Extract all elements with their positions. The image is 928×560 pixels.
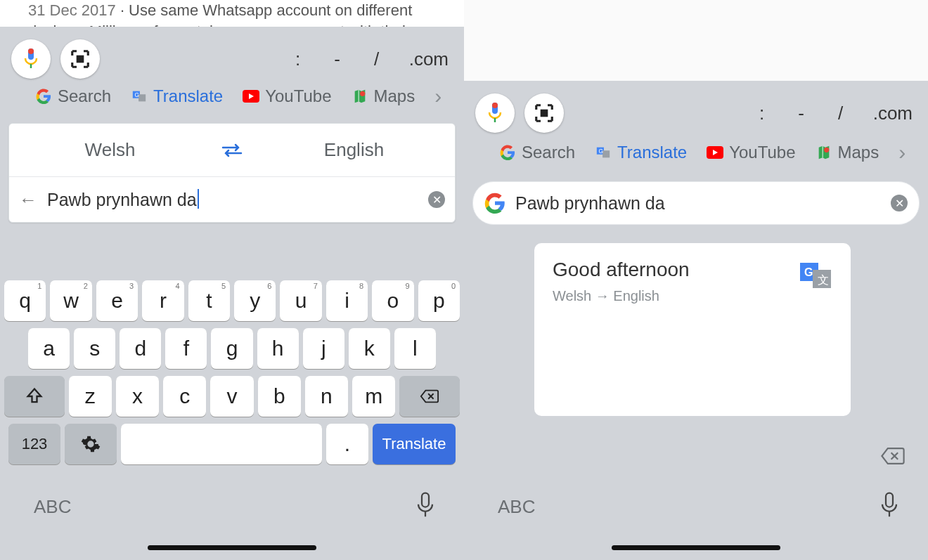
key-i[interactable]: i8	[326, 280, 368, 321]
chevron-right-icon[interactable]: ›	[434, 84, 442, 108]
chip-maps[interactable]: Maps	[816, 143, 879, 162]
left-screenshot: 31 Dec 2017 · Use same Whatsapp account …	[0, 0, 464, 560]
source-language[interactable]: Welsh	[9, 139, 211, 161]
translation-result-card[interactable]: Good afternoon Welsh → English G文	[534, 243, 851, 416]
voice-input-button[interactable]	[11, 39, 51, 79]
key-d[interactable]: d	[120, 328, 161, 369]
period-key[interactable]: .	[326, 424, 368, 464]
key-a[interactable]: a	[28, 328, 70, 369]
clear-input-button[interactable]: ✕	[428, 191, 445, 208]
translate-input[interactable]: Pawb prynhawn da	[47, 189, 428, 210]
svg-rect-5	[138, 94, 146, 101]
backspace-icon	[880, 446, 906, 466]
key-q[interactable]: q1	[4, 280, 46, 321]
punct-colon[interactable]: :	[755, 103, 769, 124]
punctuation-suggestions: : - / .com	[755, 103, 917, 124]
home-indicator[interactable]	[612, 545, 780, 550]
punct-dotcom[interactable]: .com	[873, 103, 913, 124]
key-r[interactable]: r4	[142, 280, 183, 321]
key-y[interactable]: y6	[234, 280, 276, 321]
key-o[interactable]: o9	[372, 280, 413, 321]
key-k[interactable]: k	[349, 328, 390, 369]
svg-rect-1	[28, 48, 34, 54]
scan-button[interactable]	[524, 93, 564, 133]
chip-translate[interactable]: G Translate	[131, 86, 223, 106]
translate-card: Welsh English ← Pawb prynhawn da ✕	[8, 123, 456, 223]
key-c[interactable]: c	[163, 376, 206, 417]
abc-label[interactable]: ABC	[34, 496, 71, 518]
back-arrow-icon[interactable]: ←	[19, 189, 37, 211]
numeric-key[interactable]: 123	[8, 424, 60, 464]
microphone-outline-icon	[879, 492, 900, 519]
swap-languages-button[interactable]	[211, 143, 253, 157]
key-p[interactable]: p0	[418, 280, 460, 321]
punct-dash[interactable]: -	[794, 103, 808, 124]
punct-slash[interactable]: /	[370, 48, 384, 70]
svg-text:文: 文	[818, 274, 829, 286]
backspace-icon	[420, 386, 439, 406]
translation-languages-label: Welsh → English	[553, 288, 690, 304]
key-m[interactable]: m	[352, 376, 395, 417]
settings-key[interactable]	[65, 424, 117, 464]
home-indicator[interactable]	[148, 545, 316, 550]
scan-button[interactable]	[60, 39, 100, 79]
key-z[interactable]: z	[69, 376, 112, 417]
translate-action-key[interactable]: Translate	[373, 424, 456, 464]
key-t[interactable]: t5	[188, 280, 230, 321]
dictation-button[interactable]	[879, 492, 900, 521]
key-v[interactable]: v	[210, 376, 253, 417]
key-b[interactable]: b	[258, 376, 301, 417]
translate-icon: G	[595, 144, 612, 161]
abc-label[interactable]: ABC	[498, 496, 535, 518]
chip-search[interactable]: Search	[35, 86, 111, 106]
translate-icon: G	[131, 88, 148, 105]
punct-dash[interactable]: -	[330, 48, 344, 70]
svg-rect-14	[541, 110, 547, 116]
gboard-toolbar: : - / .com	[464, 81, 928, 137]
space-key[interactable]	[121, 424, 322, 464]
key-w[interactable]: w2	[50, 280, 91, 321]
app-shortcuts: Search G Translate YouTube Maps ›	[0, 84, 464, 108]
backspace-key[interactable]	[399, 376, 460, 417]
chip-youtube[interactable]: YouTube	[243, 86, 331, 106]
scan-icon	[534, 103, 555, 124]
voice-input-button[interactable]	[475, 93, 515, 133]
google-g-icon	[499, 144, 516, 161]
key-f[interactable]: f	[165, 328, 207, 369]
key-s[interactable]: s	[74, 328, 115, 369]
svg-rect-9	[422, 493, 429, 507]
svg-rect-24	[886, 493, 893, 507]
key-e[interactable]: e3	[96, 280, 138, 321]
key-l[interactable]: l	[394, 328, 436, 369]
google-g-icon	[35, 88, 52, 105]
svg-text:G: G	[804, 266, 813, 278]
svg-rect-16	[602, 150, 610, 157]
gboard-toolbar: : - / .com	[0, 27, 464, 83]
right-screenshot: : - / .com Search G Translate YouTube Ma…	[464, 0, 928, 560]
chip-maps[interactable]: Maps	[352, 86, 415, 106]
clear-search-button[interactable]: ✕	[891, 195, 908, 211]
punct-colon[interactable]: :	[291, 48, 305, 70]
scan-icon	[70, 48, 91, 70]
chip-translate[interactable]: G Translate	[595, 143, 687, 162]
microphone-icon	[22, 48, 40, 70]
chip-youtube[interactable]: YouTube	[707, 143, 795, 162]
google-g-icon	[484, 193, 505, 214]
key-u[interactable]: u7	[280, 280, 321, 321]
key-j[interactable]: j	[303, 328, 344, 369]
search-card[interactable]: Pawb prynhawn da ✕	[472, 181, 920, 225]
chevron-right-icon[interactable]: ›	[898, 141, 906, 164]
dictation-button[interactable]	[415, 492, 436, 521]
key-g[interactable]: g	[211, 328, 252, 369]
target-language[interactable]: English	[253, 139, 455, 161]
translate-input-row: ← Pawb prynhawn da ✕	[9, 177, 455, 222]
key-x[interactable]: x	[116, 376, 159, 417]
svg-point-19	[824, 148, 829, 152]
punct-slash[interactable]: /	[834, 103, 848, 124]
chip-search[interactable]: Search	[499, 143, 575, 162]
key-h[interactable]: h	[257, 328, 299, 369]
key-n[interactable]: n	[305, 376, 348, 417]
punct-dotcom[interactable]: .com	[409, 48, 449, 70]
shift-key[interactable]	[4, 376, 65, 417]
backspace-button[interactable]	[880, 446, 906, 469]
